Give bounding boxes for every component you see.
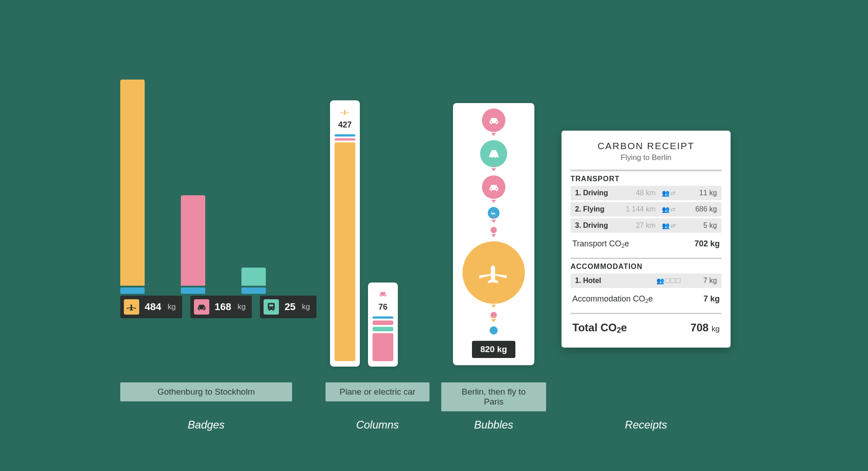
- arrow-down-icon: [491, 305, 496, 310]
- bubble-ferry: [480, 140, 507, 167]
- badge-car: 168 kg: [190, 296, 252, 318]
- divider: [571, 170, 722, 171]
- receipt-total-value: 708 kg: [690, 321, 720, 334]
- receipt-row-name: 1. Hotel: [575, 277, 620, 285]
- badge-unit: kg: [168, 302, 176, 311]
- receipt-row-dist: 1 144 km: [620, 205, 656, 213]
- panel-badges-name: Badges: [120, 419, 292, 431]
- column-card: 427: [330, 100, 360, 367]
- panel-columns-label: Plane or electric car: [326, 382, 429, 401]
- receipt-subtotal-kg: 702 kg: [694, 239, 720, 249]
- receipt-subtotal: Transport CO2e 702 kg: [571, 235, 722, 253]
- receipt-subtotal: Accommodation CO2e 7 kg: [571, 290, 722, 308]
- receipt-row-dist: 27 km: [620, 221, 656, 230]
- divider: [571, 313, 722, 314]
- receipt-row-icons: 👥 ⇄: [656, 222, 682, 229]
- train-icon: [264, 299, 279, 315]
- arrow-down-icon: [491, 220, 496, 225]
- panel-columns: 427 76: [330, 100, 398, 367]
- car-icon: [194, 299, 209, 315]
- bubble-dot: [490, 326, 498, 334]
- panel-badges-label: Gothenburg to Stockholm: [120, 382, 292, 401]
- panel-columns-name: Columns: [326, 419, 429, 431]
- column-value: 427: [338, 120, 352, 130]
- receipt-row-icons: 👥 ⇄: [656, 206, 682, 213]
- plane-icon: [124, 299, 139, 315]
- column-card: 76: [368, 283, 398, 367]
- receipt-row-kg: 11 kg: [682, 189, 717, 197]
- bar-plane: [120, 80, 145, 294]
- panel-bubbles-name: Bubbles: [441, 419, 546, 431]
- bar-car: [181, 195, 205, 294]
- car-icon: [378, 289, 388, 299]
- arrow-down-icon: [491, 200, 496, 205]
- column-seg: [335, 142, 355, 361]
- receipt-row-kg: 5 kg: [682, 221, 717, 230]
- arrow-down-icon: [491, 168, 496, 174]
- panel-badges: 484 kg 168 kg 25 kg: [120, 76, 301, 318]
- receipt-row-dist: 48 km: [620, 189, 656, 197]
- plane-icon: [340, 107, 350, 117]
- receipt-row: 1. Driving 48 km 👥 ⇄ 11 kg: [571, 186, 722, 200]
- badges-bars: [120, 76, 301, 294]
- badge-unit: kg: [237, 302, 245, 311]
- arrow-down-icon: [491, 133, 496, 138]
- bubble-car: [482, 108, 505, 132]
- receipt-row: 2. Flying 1 144 km 👥 ⇄ 686 kg: [571, 202, 722, 217]
- column-value: 76: [378, 302, 387, 312]
- bubbles-total: 820 kg: [472, 341, 515, 358]
- badge-value: 25: [284, 301, 295, 313]
- panel-receipt: CARBON RECEIPT Flying to Berlin TRANSPOR…: [561, 131, 731, 348]
- column-seg: [373, 320, 393, 325]
- receipt-row-kg: 686 kg: [682, 205, 717, 213]
- column-seg: [335, 134, 355, 137]
- receipt-row: 1. Hotel 👥 ☐☐☐ 7 kg: [571, 273, 722, 288]
- arrow-down-icon: [491, 319, 496, 325]
- bar-base: [120, 287, 145, 294]
- column-seg: [373, 333, 393, 361]
- bubble-card: 820 kg: [453, 103, 534, 365]
- panel-receipt-name: Receipts: [561, 419, 731, 431]
- receipt-row: 3. Driving 27 km 👥 ⇄ 5 kg: [571, 218, 722, 233]
- bubble-car: [482, 175, 505, 199]
- arrow-down-icon: [491, 234, 496, 240]
- receipt-total: Total CO2e 708 kg: [571, 317, 722, 339]
- badge-plane: 484 kg: [120, 296, 182, 318]
- receipt-row-name: 2. Flying: [575, 205, 620, 213]
- bar-train: [241, 268, 266, 294]
- column-stack: [335, 134, 355, 361]
- receipt-subtotal-label: Accommodation CO2e: [572, 294, 653, 304]
- receipt-title: CARBON RECEIPT: [571, 141, 722, 151]
- receipt-subtotal-label: Transport CO2e: [572, 239, 629, 249]
- receipt-subtitle: Flying to Berlin: [571, 153, 722, 162]
- bar-base: [241, 287, 266, 294]
- column-seg: [373, 327, 393, 331]
- column-seg: [335, 138, 355, 141]
- bar-fill: [241, 268, 266, 286]
- receipt-section-heading: ACCOMMODATION: [571, 263, 722, 271]
- bar-fill: [181, 195, 205, 286]
- panel-bubbles: 820 kg: [453, 103, 534, 365]
- receipt-row-name: 1. Driving: [575, 189, 620, 197]
- badges-row: 484 kg 168 kg 25 kg: [120, 296, 301, 318]
- badge-unit: kg: [302, 302, 310, 311]
- bubble-plane: [462, 241, 525, 304]
- receipt-total-label: Total CO2e: [572, 321, 627, 334]
- badge-value: 168: [215, 301, 231, 313]
- receipt-row-name: 3. Driving: [575, 221, 620, 230]
- receipt-row-kg: 7 kg: [682, 277, 717, 285]
- bar-fill: [120, 80, 145, 286]
- panel-bubbles-label: Berlin, then fly to Paris: [441, 382, 546, 411]
- divider: [571, 258, 722, 259]
- badge-value: 484: [145, 301, 161, 313]
- receipt-subtotal-kg: 7 kg: [703, 294, 720, 304]
- badge-train: 25 kg: [260, 296, 316, 318]
- receipt-row-icons: 👥 ☐☐☐: [656, 277, 682, 284]
- receipt-row-icons: 👥 ⇄: [656, 189, 682, 197]
- column-stack: [373, 316, 393, 361]
- bar-base: [181, 287, 205, 294]
- receipt-section-heading: TRANSPORT: [571, 175, 722, 183]
- column-seg: [373, 316, 393, 319]
